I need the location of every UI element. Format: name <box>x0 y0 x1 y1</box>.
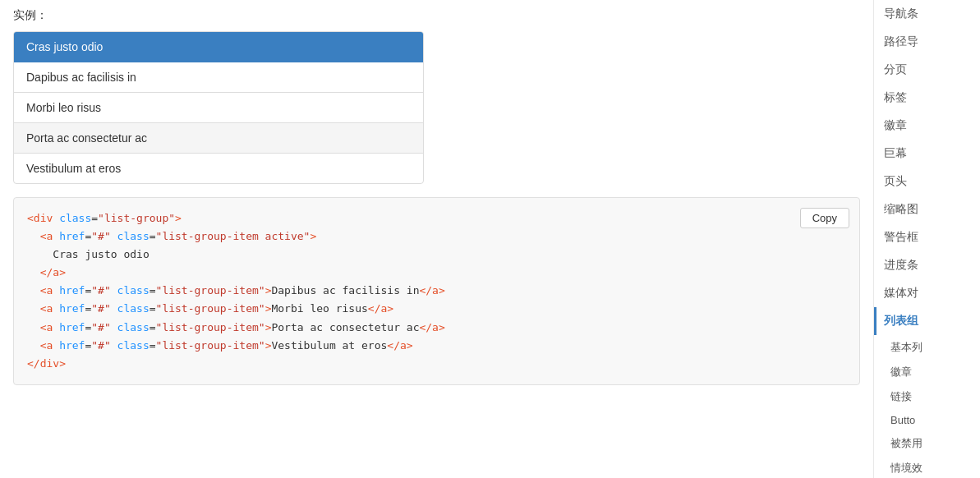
sidebar-item-thumbnail[interactable]: 缩略图 <box>874 195 980 223</box>
code-line-5: <a href="#" class="list-group-item">Dapi… <box>27 282 794 300</box>
sidebar-item-progress[interactable]: 进度条 <box>874 251 980 279</box>
copy-button[interactable]: Copy <box>800 208 849 228</box>
code-line-8: <a href="#" class="list-group-item">Vest… <box>27 337 794 355</box>
list-item-3[interactable]: Morbi leo risus <box>14 93 423 123</box>
sidebar-item-badge[interactable]: 徽章 <box>874 112 980 140</box>
section-label: 实例： <box>13 8 860 23</box>
sidebar-subitem-disabled[interactable]: 被禁用 <box>874 431 980 456</box>
code-block: Copy <div class="list-group"> <a href="#… <box>13 197 860 385</box>
sidebar-item-alert[interactable]: 警告框 <box>874 223 980 251</box>
list-item-5[interactable]: Vestibulum at eros <box>14 154 423 183</box>
code-line-3: Cras justo odio <box>27 246 794 264</box>
main-content: 实例： Cras justo odio Dapibus ac facilisis… <box>0 0 873 478</box>
list-item-1[interactable]: Cras justo odio <box>14 32 423 62</box>
sidebar-item-tag[interactable]: 标签 <box>874 84 980 112</box>
right-sidebar: 导航条 路径导 分页 标签 徽章 巨幕 页头 缩略图 警告框 进度条 媒体对 列… <box>873 0 980 478</box>
code-content: <div class="list-group"> <a href="#" cla… <box>27 209 794 373</box>
sidebar-subitem-button[interactable]: Butto <box>874 409 980 431</box>
sidebar-item-media[interactable]: 媒体对 <box>874 279 980 307</box>
sidebar-item-nav[interactable]: 导航条 <box>874 0 980 28</box>
sidebar-subitem-link[interactable]: 链接 <box>874 384 980 409</box>
code-line-7: <a href="#" class="list-group-item">Port… <box>27 319 794 337</box>
code-line-9: </div> <box>27 355 794 373</box>
sidebar-item-pagination[interactable]: 分页 <box>874 56 980 84</box>
sidebar-item-breadcrumb[interactable]: 路径导 <box>874 28 980 56</box>
code-line-6: <a href="#" class="list-group-item">Morb… <box>27 300 794 318</box>
sidebar-item-jumbotron[interactable]: 巨幕 <box>874 140 980 168</box>
list-group-demo: Cras justo odio Dapibus ac facilisis in … <box>13 31 424 184</box>
code-line-1: <div class="list-group"> <box>27 209 794 228</box>
sidebar-subitem-badge[interactable]: 徽章 <box>874 360 980 384</box>
sidebar-item-page-header[interactable]: 页头 <box>874 168 980 195</box>
code-line-2: <a href="#" class="list-group-item activ… <box>27 228 794 246</box>
sidebar-item-list-group[interactable]: 列表组 <box>874 307 980 335</box>
list-item-2[interactable]: Dapibus ac facilisis in <box>14 62 423 93</box>
sidebar-subitem-basic[interactable]: 基本列 <box>874 335 980 360</box>
sidebar-subitem-context[interactable]: 情境效 <box>874 456 980 478</box>
code-line-4: </a> <box>27 264 794 282</box>
list-item-4[interactable]: Porta ac consectetur ac <box>14 123 423 154</box>
